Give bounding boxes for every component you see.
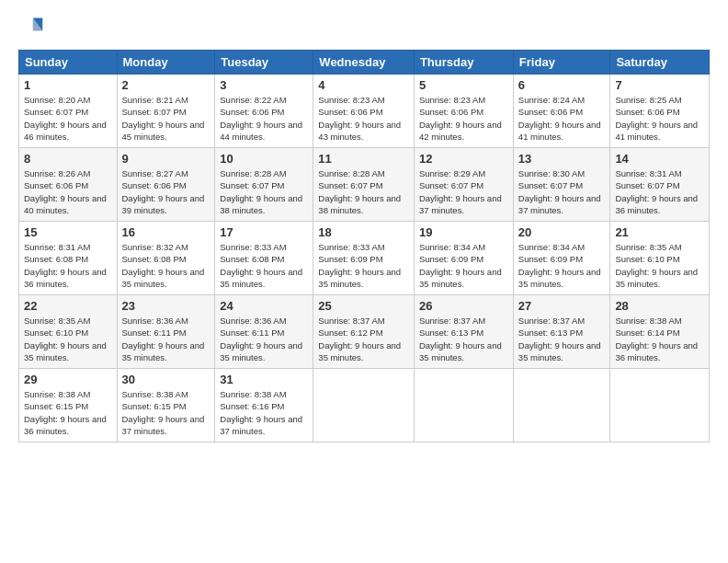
- day-number: 3: [220, 78, 308, 92]
- day-number: 13: [518, 152, 606, 166]
- day-content: Sunrise: 8:31 AMSunset: 6:08 PMDaylight:…: [24, 242, 107, 289]
- calendar-week-row: 1 Sunrise: 8:20 AMSunset: 6:07 PMDayligh…: [19, 75, 710, 148]
- day-content: Sunrise: 8:28 AMSunset: 6:07 PMDaylight:…: [318, 168, 401, 215]
- calendar-cell: 4 Sunrise: 8:23 AMSunset: 6:06 PMDayligh…: [313, 75, 415, 148]
- calendar-cell: 31 Sunrise: 8:38 AMSunset: 6:16 PMDaylig…: [215, 369, 313, 442]
- day-number: 30: [122, 373, 210, 386]
- day-number: 6: [518, 78, 606, 92]
- calendar-cell: 12 Sunrise: 8:29 AMSunset: 6:07 PMDaylig…: [414, 148, 513, 222]
- day-number: 20: [518, 225, 606, 239]
- day-number: 24: [220, 299, 308, 313]
- day-content: Sunrise: 8:38 AMSunset: 6:16 PMDaylight:…: [220, 389, 302, 436]
- weekday-header: Saturday: [610, 51, 710, 75]
- calendar-cell: 18 Sunrise: 8:33 AMSunset: 6:09 PMDaylig…: [313, 222, 415, 295]
- calendar-cell: [313, 369, 415, 442]
- calendar-cell: 29 Sunrise: 8:38 AMSunset: 6:15 PMDaylig…: [19, 369, 118, 442]
- day-number: 17: [220, 225, 308, 239]
- day-content: Sunrise: 8:38 AMSunset: 6:14 PMDaylight:…: [615, 316, 698, 362]
- day-number: 22: [24, 299, 112, 313]
- day-content: Sunrise: 8:35 AMSunset: 6:10 PMDaylight:…: [24, 316, 107, 362]
- calendar-cell: 3 Sunrise: 8:22 AMSunset: 6:06 PMDayligh…: [215, 75, 313, 148]
- day-content: Sunrise: 8:22 AMSunset: 6:06 PMDaylight:…: [220, 95, 302, 142]
- day-number: 26: [419, 299, 508, 313]
- day-content: Sunrise: 8:24 AMSunset: 6:06 PMDaylight:…: [518, 95, 601, 142]
- calendar-cell: 21 Sunrise: 8:35 AMSunset: 6:10 PMDaylig…: [610, 222, 710, 295]
- calendar-cell: 9 Sunrise: 8:27 AMSunset: 6:06 PMDayligh…: [117, 148, 215, 222]
- calendar-cell: [414, 369, 513, 442]
- calendar: SundayMondayTuesdayWednesdayThursdayFrid…: [18, 50, 710, 442]
- calendar-week-row: 22 Sunrise: 8:35 AMSunset: 6:10 PMDaylig…: [19, 295, 710, 369]
- day-number: 1: [24, 78, 112, 92]
- day-content: Sunrise: 8:33 AMSunset: 6:08 PMDaylight:…: [220, 242, 302, 289]
- day-content: Sunrise: 8:37 AMSunset: 6:13 PMDaylight:…: [419, 316, 502, 362]
- calendar-cell: 23 Sunrise: 8:36 AMSunset: 6:11 PMDaylig…: [117, 295, 215, 369]
- day-number: 11: [318, 152, 409, 166]
- day-content: Sunrise: 8:30 AMSunset: 6:07 PMDaylight:…: [518, 168, 601, 215]
- day-content: Sunrise: 8:20 AMSunset: 6:07 PMDaylight:…: [24, 95, 107, 142]
- calendar-cell: 28 Sunrise: 8:38 AMSunset: 6:14 PMDaylig…: [610, 295, 710, 369]
- day-content: Sunrise: 8:21 AMSunset: 6:07 PMDaylight:…: [122, 95, 205, 142]
- calendar-cell: 17 Sunrise: 8:33 AMSunset: 6:08 PMDaylig…: [215, 222, 313, 295]
- day-content: Sunrise: 8:34 AMSunset: 6:09 PMDaylight:…: [419, 242, 502, 289]
- day-content: Sunrise: 8:32 AMSunset: 6:08 PMDaylight:…: [122, 242, 205, 289]
- day-number: 25: [318, 299, 409, 313]
- calendar-cell: 26 Sunrise: 8:37 AMSunset: 6:13 PMDaylig…: [414, 295, 513, 369]
- day-content: Sunrise: 8:36 AMSunset: 6:11 PMDaylight:…: [122, 316, 205, 362]
- page: SundayMondayTuesdayWednesdayThursdayFrid…: [0, 0, 728, 563]
- calendar-cell: 22 Sunrise: 8:35 AMSunset: 6:10 PMDaylig…: [19, 295, 118, 369]
- day-number: 29: [24, 373, 112, 386]
- weekday-header: Friday: [513, 51, 610, 75]
- calendar-cell: 6 Sunrise: 8:24 AMSunset: 6:06 PMDayligh…: [513, 75, 610, 148]
- day-content: Sunrise: 8:36 AMSunset: 6:11 PMDaylight:…: [220, 316, 302, 362]
- day-number: 16: [122, 225, 210, 239]
- calendar-cell: 16 Sunrise: 8:32 AMSunset: 6:08 PMDaylig…: [117, 222, 215, 295]
- day-content: Sunrise: 8:23 AMSunset: 6:06 PMDaylight:…: [419, 95, 502, 142]
- day-content: Sunrise: 8:25 AMSunset: 6:06 PMDaylight:…: [615, 95, 698, 142]
- weekday-header: Monday: [117, 51, 215, 75]
- day-content: Sunrise: 8:35 AMSunset: 6:10 PMDaylight:…: [615, 242, 698, 289]
- header: [18, 15, 710, 40]
- calendar-week-row: 15 Sunrise: 8:31 AMSunset: 6:08 PMDaylig…: [19, 222, 710, 295]
- calendar-week-row: 29 Sunrise: 8:38 AMSunset: 6:15 PMDaylig…: [19, 369, 710, 442]
- day-number: 10: [220, 152, 308, 166]
- logo: [18, 15, 48, 40]
- day-number: 12: [419, 152, 508, 166]
- day-number: 4: [318, 78, 409, 92]
- calendar-cell: 7 Sunrise: 8:25 AMSunset: 6:06 PMDayligh…: [610, 75, 710, 148]
- day-number: 7: [615, 78, 704, 92]
- calendar-cell: 8 Sunrise: 8:26 AMSunset: 6:06 PMDayligh…: [19, 148, 118, 222]
- day-content: Sunrise: 8:28 AMSunset: 6:07 PMDaylight:…: [220, 168, 302, 215]
- day-number: 19: [419, 225, 508, 239]
- calendar-cell: 19 Sunrise: 8:34 AMSunset: 6:09 PMDaylig…: [414, 222, 513, 295]
- calendar-cell: 30 Sunrise: 8:38 AMSunset: 6:15 PMDaylig…: [117, 369, 215, 442]
- day-number: 14: [615, 152, 704, 166]
- day-number: 15: [24, 225, 112, 239]
- calendar-cell: 14 Sunrise: 8:31 AMSunset: 6:07 PMDaylig…: [610, 148, 710, 222]
- calendar-cell: 2 Sunrise: 8:21 AMSunset: 6:07 PMDayligh…: [117, 75, 215, 148]
- calendar-cell: 15 Sunrise: 8:31 AMSunset: 6:08 PMDaylig…: [19, 222, 118, 295]
- calendar-cell: 20 Sunrise: 8:34 AMSunset: 6:09 PMDaylig…: [513, 222, 610, 295]
- day-content: Sunrise: 8:38 AMSunset: 6:15 PMDaylight:…: [24, 389, 107, 436]
- day-number: 23: [122, 299, 210, 313]
- calendar-cell: 11 Sunrise: 8:28 AMSunset: 6:07 PMDaylig…: [313, 148, 415, 222]
- day-number: 18: [318, 225, 409, 239]
- calendar-cell: [610, 369, 710, 442]
- calendar-cell: 1 Sunrise: 8:20 AMSunset: 6:07 PMDayligh…: [19, 75, 118, 148]
- day-number: 27: [518, 299, 606, 313]
- day-number: 31: [220, 373, 308, 386]
- day-number: 2: [122, 78, 210, 92]
- day-content: Sunrise: 8:33 AMSunset: 6:09 PMDaylight:…: [318, 242, 401, 289]
- weekday-header: Tuesday: [215, 51, 313, 75]
- calendar-cell: 27 Sunrise: 8:37 AMSunset: 6:13 PMDaylig…: [513, 295, 610, 369]
- weekday-header: Thursday: [414, 51, 513, 75]
- day-content: Sunrise: 8:27 AMSunset: 6:06 PMDaylight:…: [122, 168, 205, 215]
- day-number: 5: [419, 78, 508, 92]
- calendar-cell: [513, 369, 610, 442]
- day-content: Sunrise: 8:37 AMSunset: 6:12 PMDaylight:…: [318, 316, 401, 362]
- day-content: Sunrise: 8:23 AMSunset: 6:06 PMDaylight:…: [318, 95, 401, 142]
- calendar-cell: 13 Sunrise: 8:30 AMSunset: 6:07 PMDaylig…: [513, 148, 610, 222]
- calendar-header-row: SundayMondayTuesdayWednesdayThursdayFrid…: [19, 51, 710, 75]
- day-content: Sunrise: 8:37 AMSunset: 6:13 PMDaylight:…: [518, 316, 601, 362]
- logo-icon: [18, 15, 44, 40]
- day-content: Sunrise: 8:31 AMSunset: 6:07 PMDaylight:…: [615, 168, 698, 215]
